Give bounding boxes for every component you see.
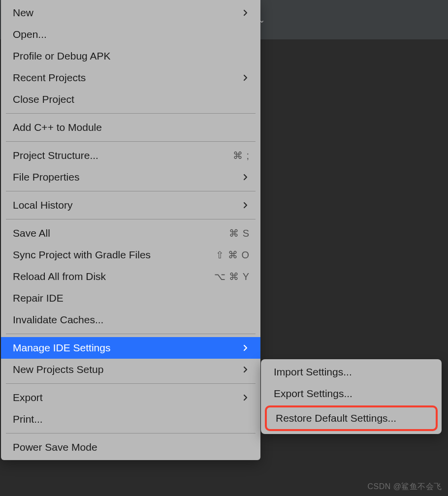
menu-item-label: Invalidate Caches... xyxy=(13,314,103,326)
menu-separator xyxy=(6,383,256,384)
chevron-right-icon xyxy=(242,394,250,402)
menu-separator xyxy=(6,113,256,114)
submenu-item-label: Export Settings... xyxy=(274,388,352,400)
menu-shortcut: ⌘ S xyxy=(229,227,250,239)
menu-shortcut: ⌘ ; xyxy=(233,150,250,161)
menu-item-label: Profile or Debug APK xyxy=(13,50,110,62)
submenu-item-label: Restore Default Settings... xyxy=(276,412,396,424)
manage-ide-settings-submenu: Import Settings...Export Settings...Rest… xyxy=(261,359,442,434)
menu-item-local-history[interactable]: Local History xyxy=(1,194,260,216)
submenu-item-label: Import Settings... xyxy=(274,366,352,378)
watermark: CSDN @鲨鱼不会飞 xyxy=(367,482,442,492)
chevron-right-icon xyxy=(242,344,250,352)
menu-separator xyxy=(6,219,256,219)
menu-item-reload-all-from-disk[interactable]: Reload All from Disk⌥ ⌘ Y xyxy=(1,266,260,287)
submenu-item-import-settings[interactable]: Import Settings... xyxy=(261,361,442,383)
menu-separator xyxy=(6,191,256,191)
menu-item-project-structure[interactable]: Project Structure...⌘ ; xyxy=(1,145,260,166)
chevron-right-icon xyxy=(242,366,250,373)
menu-item-label: Repair IDE xyxy=(13,292,64,304)
menu-separator xyxy=(6,141,256,142)
menu-item-label: Power Save Mode xyxy=(13,441,97,453)
menu-item-sync-project-with-gradle-files[interactable]: Sync Project with Gradle Files⇧ ⌘ O xyxy=(1,244,260,266)
menu-item-label: Add C++ to Module xyxy=(13,122,102,133)
submenu-item-restore-default-settings[interactable]: Restore Default Settings... xyxy=(265,405,438,431)
menu-item-label: New xyxy=(13,7,33,19)
file-menu: NewOpen...Profile or Debug APKRecent Pro… xyxy=(1,0,260,460)
chevron-right-icon xyxy=(242,74,250,82)
menu-item-label: Manage IDE Settings xyxy=(13,342,110,354)
menu-separator xyxy=(6,433,256,434)
menu-item-label: Reload All from Disk xyxy=(13,271,106,282)
menu-item-label: New Projects Setup xyxy=(13,364,103,375)
menu-item-profile-or-debug-apk[interactable]: Profile or Debug APK xyxy=(1,45,260,67)
menu-separator xyxy=(6,334,256,334)
menu-item-label: Save All xyxy=(13,227,50,239)
menu-shortcut: ⇧ ⌘ O xyxy=(216,249,250,261)
chevron-right-icon xyxy=(242,201,250,209)
menu-item-label: File Properties xyxy=(13,171,79,183)
menu-item-recent-projects[interactable]: Recent Projects xyxy=(1,67,260,89)
menu-item-invalidate-caches[interactable]: Invalidate Caches... xyxy=(1,309,260,331)
chevron-right-icon xyxy=(242,9,250,17)
menu-item-save-all[interactable]: Save All⌘ S xyxy=(1,222,260,244)
menu-item-label: Project Structure... xyxy=(13,150,98,161)
menu-item-label: Print... xyxy=(13,413,43,425)
menu-item-new-projects-setup[interactable]: New Projects Setup xyxy=(1,359,260,380)
menu-item-label: Sync Project with Gradle Files xyxy=(13,249,151,261)
menu-item-export[interactable]: Export xyxy=(1,387,260,408)
chevron-right-icon xyxy=(242,173,250,181)
menu-item-power-save-mode[interactable]: Power Save Mode xyxy=(1,436,260,458)
menu-item-manage-ide-settings[interactable]: Manage IDE Settings xyxy=(1,337,260,359)
menu-item-label: Export xyxy=(13,392,43,403)
menu-item-label: Open... xyxy=(13,29,47,40)
menu-item-file-properties[interactable]: File Properties xyxy=(1,166,260,188)
menu-item-close-project[interactable]: Close Project xyxy=(1,89,260,110)
menu-item-label: Close Project xyxy=(13,93,74,105)
menu-item-print[interactable]: Print... xyxy=(1,408,260,430)
menu-item-add-c-to-module[interactable]: Add C++ to Module xyxy=(1,117,260,138)
menu-item-label: Recent Projects xyxy=(13,72,86,84)
menu-item-repair-ide[interactable]: Repair IDE xyxy=(1,287,260,309)
menu-item-open[interactable]: Open... xyxy=(1,24,260,45)
menu-item-new[interactable]: New xyxy=(1,2,260,24)
menu-shortcut: ⌥ ⌘ Y xyxy=(214,271,250,282)
submenu-item-export-settings[interactable]: Export Settings... xyxy=(261,383,442,404)
menu-item-label: Local History xyxy=(13,199,72,211)
